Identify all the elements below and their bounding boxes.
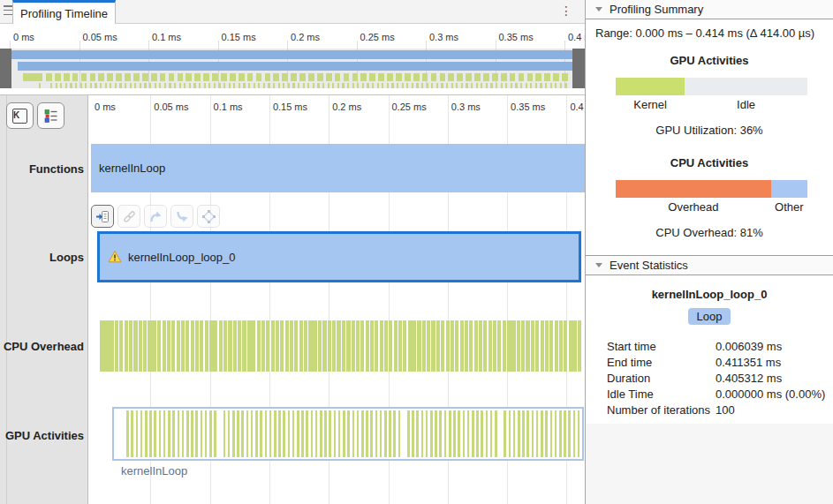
gpu-iteration-bar — [178, 410, 180, 457]
cpu-overhead-iteration-bars[interactable] — [100, 320, 583, 372]
iteration-bar — [171, 320, 175, 372]
minimap-gpu-tick — [134, 83, 136, 88]
stat-label: Number of iterations — [607, 402, 716, 418]
minimap-cpu-dash — [396, 73, 402, 81]
minimap-gpu-tick — [50, 83, 52, 88]
iteration-bar — [370, 320, 374, 372]
gpu-iteration-bar — [274, 410, 276, 457]
legend-button[interactable] — [37, 102, 64, 129]
minimap-cpu-dash — [160, 73, 166, 81]
minimap-gpu-tick — [421, 83, 423, 88]
iteration-bar — [417, 320, 420, 372]
minimap-gpu-tick — [169, 83, 170, 88]
ruler-tick-line — [287, 41, 288, 49]
loop-event-bar-selected[interactable]: kernelInLoop_loop_0 — [97, 231, 581, 282]
more-options-icon[interactable]: ⋮ — [559, 4, 573, 18]
stat-row: Idle Time0.000000 ms (0.00%) — [607, 387, 833, 402]
profiling-summary-header[interactable]: Profiling Summary — [586, 0, 833, 19]
minimap-cpu-dash — [352, 73, 359, 81]
kernel-marker-button[interactable]: K — [6, 102, 34, 129]
minimap-gpu-tick — [214, 83, 216, 88]
gpu-iteration-bar — [453, 410, 456, 457]
iteration-bar — [360, 320, 364, 372]
kernel-marker-icon: K — [12, 109, 27, 124]
navigate-up-button[interactable] — [144, 205, 167, 228]
gpu-iteration-bar — [159, 410, 162, 457]
minimap-gpu-tick — [258, 83, 260, 88]
link-button[interactable] — [117, 205, 140, 228]
flow-graph-button[interactable] — [197, 205, 220, 228]
minimap-cpu-dash — [64, 73, 70, 81]
gpu-iteration-bar — [168, 410, 170, 457]
range-text: Range: 0.000 ms – 0.414 ms (Δ 414.00 µs) — [595, 26, 833, 40]
event-name: kernelInLoop_loop_0 — [586, 288, 833, 301]
minimap-gpu-tick — [56, 83, 57, 88]
loop-event-label: kernelInLoop_loop_0 — [128, 251, 235, 264]
iteration-bar — [573, 320, 577, 372]
gpu-iteration-bar — [518, 410, 520, 457]
minimap-cpu-dash — [107, 73, 113, 81]
stat-row: Number of iterations100 — [607, 402, 833, 418]
iteration-bar — [517, 320, 520, 372]
minimap-gpu-tick — [268, 83, 269, 88]
minimap-gpu-tick — [184, 83, 186, 88]
event-statistics-header[interactable]: Event Statistics — [586, 255, 833, 275]
iteration-bar — [119, 320, 123, 372]
overview-minimap[interactable] — [0, 49, 585, 88]
jump-to-source-button[interactable] — [91, 205, 114, 228]
gpu-iteration-bar — [522, 410, 525, 457]
minimap-gpu-tick — [115, 83, 117, 88]
iteration-bar — [186, 320, 189, 372]
iteration-bar — [497, 320, 501, 372]
iteration-bar — [422, 320, 426, 372]
gpu-iteration-bar — [476, 410, 479, 457]
gpu-iteration-bar — [232, 410, 235, 457]
gpu-iteration-bar — [366, 410, 368, 457]
gpu-iteration-bar — [430, 410, 433, 457]
ruler-tick-label: 0.35 ms — [511, 102, 545, 112]
minimap-gpu-tick — [406, 83, 408, 88]
minimap-gpu-tick — [530, 83, 532, 88]
tab-profiling-timeline[interactable]: Profiling Timeline — [12, 0, 116, 24]
cpu-overhead-caption: CPU Overhead: 81% — [586, 226, 833, 239]
minimap-gpu-tick — [486, 83, 488, 88]
gpu-iteration-bar — [265, 410, 268, 457]
minimap-gpu-tick — [377, 83, 379, 88]
gpu-iteration-bar — [288, 410, 291, 457]
panel-menu-icon[interactable] — [4, 5, 12, 15]
iteration-bar — [521, 320, 525, 372]
minimap-gpu-tick — [140, 83, 141, 88]
iteration-bar — [436, 320, 440, 372]
minimap-gpu-tick — [119, 83, 121, 88]
gpu-iteration-bar — [191, 410, 193, 457]
minimap-gpu-tick — [560, 83, 562, 88]
legend-icon — [44, 109, 58, 123]
function-event-bar[interactable]: kernelInLoop — [91, 144, 585, 192]
minimap-gpu-tick — [307, 83, 309, 88]
ruler-tick-label: 0.2 ms — [291, 32, 320, 42]
minimap-left-handle[interactable] — [0, 49, 11, 88]
summary-bar-segment-label: Idle — [685, 98, 807, 111]
minimap-gpu-tick — [357, 83, 359, 88]
gpu-iteration-bar — [205, 410, 208, 457]
minimap-gpu-tick — [515, 83, 517, 88]
minimap-cpu-dash — [335, 73, 341, 81]
minimap-cpu-dash — [230, 73, 236, 81]
minimap-gpu-tick — [193, 83, 195, 88]
summary-bar-segment-overhead — [616, 180, 771, 198]
overview-ruler: 0 ms0.05 ms0.1 ms0.15 ms0.2 ms0.25 ms0.3… — [0, 24, 585, 49]
minimap-gpu-tick — [105, 83, 107, 88]
gpu-iteration-bar — [131, 410, 133, 457]
gpu-activity-event-bar[interactable] — [112, 407, 584, 461]
stat-row: Start time0.006039 ms — [607, 339, 833, 355]
minimap-gpu-tick — [179, 83, 181, 88]
minimap-cpu-dash — [142, 73, 148, 81]
iteration-bar — [257, 320, 261, 372]
gpu-iteration-bar — [545, 410, 548, 457]
minimap-function-bar — [10, 50, 572, 59]
minimap-cpu-dash — [239, 73, 245, 81]
navigate-down-button[interactable] — [170, 205, 193, 228]
iteration-bar — [242, 320, 246, 372]
minimap-right-handle[interactable] — [572, 49, 585, 88]
minimap-cpu-dash — [256, 73, 262, 81]
